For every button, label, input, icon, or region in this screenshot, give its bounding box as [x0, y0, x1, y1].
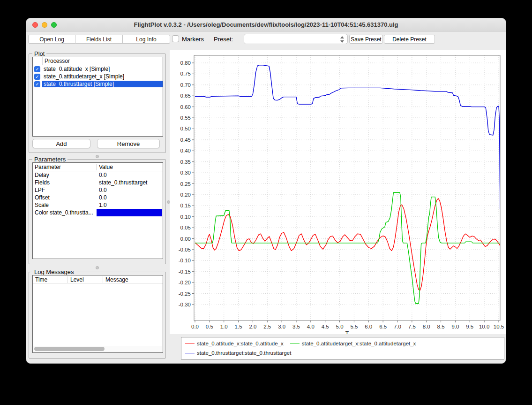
open-log-button[interactable]: Open Log: [28, 35, 75, 44]
legend-line-sample: [185, 344, 195, 344]
flight-data-chart[interactable]: 0.800.750.700.650.600.550.500.450.400.35…: [174, 50, 504, 334]
parameter-row[interactable]: LPF0.0: [33, 186, 163, 194]
y-tick-label: 0.40: [180, 148, 191, 153]
series-line-state_0.attitudetarget_x[interactable]: [195, 192, 500, 304]
preset-combobox[interactable]: [244, 34, 348, 44]
x-tick-label: 5.5: [350, 324, 358, 329]
close-window-button[interactable]: [32, 22, 38, 28]
x-tick-label: 9.0: [451, 324, 459, 329]
item-checkbox[interactable]: ✓: [34, 74, 40, 80]
chart-legend: state_0.attitude_x:state_0.attitude_xsta…: [181, 337, 504, 359]
parameter-row[interactable]: Scale1.0: [33, 201, 163, 209]
x-axis-label: T: [345, 330, 349, 334]
parameter-row[interactable]: Delay0.0: [33, 171, 163, 179]
remove-button[interactable]: Remove: [97, 139, 160, 148]
zoom-window-button[interactable]: [51, 22, 57, 28]
color-parameter-name: Color state_0.thrustta...: [33, 209, 96, 216]
processor-list-item[interactable]: ✓state_0.attitude_x [Simple]: [33, 65, 163, 73]
y-tick-label: 0.00: [180, 236, 191, 242]
x-tick-label: 3.5: [292, 324, 300, 329]
x-tick-label: 1.0: [220, 324, 228, 329]
x-tick-label: 8.0: [423, 324, 430, 329]
parameter-name: LPF: [33, 187, 96, 193]
x-tick-label: 0.5: [206, 324, 213, 329]
fields-list-button[interactable]: Fields List: [75, 35, 123, 44]
toolbar-button-group: Open Log Fields List Log Info: [28, 35, 170, 44]
parameter-name: Offset: [33, 194, 96, 201]
processor-list-item[interactable]: ✓state_0.thrusttarget [Simple]: [33, 80, 163, 88]
parameters-panel: Parameters Parameter Value Delay0.0Field…: [29, 159, 166, 264]
y-tick-label: 0.75: [180, 71, 191, 76]
processor-list[interactable]: Processor ✓state_0.attitude_x [Simple]✓s…: [32, 57, 163, 137]
window-title: FlightPlot v.0.3.2 - /Users/oleg/Documen…: [134, 21, 398, 28]
y-tick-label: 0.10: [180, 214, 191, 220]
color-parameter-row[interactable]: Color state_0.thrustta...: [33, 209, 163, 216]
x-tick-label: 3.0: [278, 324, 285, 329]
add-button[interactable]: Add: [32, 139, 90, 148]
plot-panel: Plot Processor ✓state_0.attitude_x [Simp…: [29, 53, 166, 153]
x-tick-label: 8.5: [437, 324, 445, 329]
y-tick-label: -0.20: [179, 280, 191, 285]
x-tick-label: 4.0: [307, 324, 315, 329]
legend-label: state_0.attitudetarget_x:state_0.attitud…: [302, 341, 416, 346]
y-tick-label: -0.10: [179, 258, 191, 263]
item-checkbox[interactable]: ✓: [34, 81, 40, 87]
y-tick-label: 0.50: [180, 126, 191, 131]
delete-preset-button[interactable]: Delete Preset: [384, 35, 435, 44]
scrollbar-thumb[interactable]: [34, 347, 105, 351]
x-tick-label: 4.5: [322, 324, 329, 329]
plot-border: [194, 55, 500, 321]
x-tick-label: 2.5: [263, 324, 271, 329]
parameter-name: Fields: [33, 179, 96, 186]
log-info-button[interactable]: Log Info: [123, 35, 170, 44]
series-line-state_0.attitude_x[interactable]: [195, 199, 500, 290]
parameter-rows: Delay0.0Fieldsstate_0.thrusttargetLPF0.0…: [33, 171, 163, 209]
log-messages-panel-title: Log Messages: [32, 268, 76, 275]
y-tick-label: 0.20: [180, 192, 191, 198]
parameter-row[interactable]: Fieldsstate_0.thrusttarget: [33, 179, 163, 186]
legend-item: state_0.attitudetarget_x:state_0.attitud…: [290, 340, 416, 347]
y-tick-label: 0.35: [180, 159, 191, 165]
legend-label: state_0.attitude_x:state_0.attitude_x: [197, 341, 284, 346]
legend-item: state_0.attitude_x:state_0.attitude_x: [185, 340, 284, 347]
parameter-row[interactable]: Offset0.0: [33, 194, 163, 201]
combobox-stepper-icon[interactable]: [340, 35, 345, 44]
parameters-table[interactable]: Parameter Value Delay0.0Fieldsstate_0.th…: [32, 162, 163, 259]
x-tick-label: 7.5: [408, 324, 416, 329]
x-tick-label: 9.5: [466, 324, 473, 329]
time-column-header: Time: [33, 276, 67, 283]
x-tick-label: 10.0: [479, 324, 489, 329]
log-messages-table[interactable]: Time Level Message: [32, 275, 163, 353]
splitter-handle[interactable]: [96, 155, 99, 158]
y-tick-label: 0.80: [180, 60, 191, 66]
x-tick-label: 5.0: [336, 324, 344, 329]
x-tick-label: 1.5: [235, 324, 242, 329]
title-bar[interactable]: FlightPlot v.0.3.2 - /Users/oleg/Documen…: [26, 18, 506, 31]
item-label: state_0.attitudetarget_x [Simple]: [42, 73, 126, 80]
legend-line-sample: [185, 353, 195, 353]
parameters-panel-title: Parameters: [32, 156, 67, 163]
item-label: state_0.thrusttarget [Simple]: [42, 81, 163, 87]
horizontal-scrollbar[interactable]: [33, 346, 162, 352]
y-tick-label: 0.15: [180, 203, 191, 208]
processor-list-header: Processor: [33, 57, 163, 65]
parameter-value: state_0.thrusttarget: [96, 179, 163, 186]
x-tick-label: 6.0: [365, 324, 372, 329]
y-tick-label: -0.15: [179, 269, 191, 275]
traffic-lights: [32, 22, 57, 28]
legend-label: state_0.thrusttarget:state_0.thrusttarge…: [197, 350, 291, 356]
y-tick-label: 0.30: [180, 170, 191, 176]
item-checkbox[interactable]: ✓: [34, 66, 40, 72]
save-preset-button[interactable]: Save Preset: [349, 35, 383, 44]
markers-checkbox[interactable]: [172, 35, 179, 42]
minimize-window-button[interactable]: [42, 22, 47, 28]
color-swatch[interactable]: [97, 209, 162, 216]
y-tick-label: 0.55: [180, 115, 191, 121]
processor-rows: ✓state_0.attitude_x [Simple]✓state_0.att…: [33, 65, 163, 88]
log-messages-panel: Log Messages Time Level Message: [29, 272, 166, 359]
splitter-handle[interactable]: [96, 266, 99, 269]
toolbar: Open Log Fields List Log Info Markers Pr…: [26, 32, 506, 46]
x-tick-label: 10.5: [494, 324, 504, 329]
processor-list-item[interactable]: ✓state_0.attitudetarget_x [Simple]: [33, 73, 163, 80]
series-line-state_0.thrusttarget[interactable]: [195, 65, 500, 209]
